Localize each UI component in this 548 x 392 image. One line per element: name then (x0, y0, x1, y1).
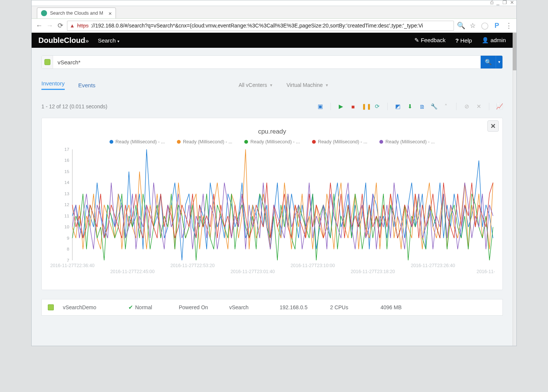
url-text: ://192.168.0.8/#/search?q=vSearch*&cnx=(… (91, 23, 423, 29)
chart-icon[interactable]: 📈 (496, 103, 503, 110)
svg-text:7: 7 (67, 258, 70, 263)
back-button[interactable]: ← (35, 22, 43, 30)
svg-text:14: 14 (64, 180, 70, 185)
stop-icon[interactable]: ■ (350, 103, 356, 110)
svg-text:2016-11-27T22:45:00: 2016-11-27T22:45:00 (110, 269, 155, 274)
legend-item[interactable]: Ready (Millisecond) - ... (110, 139, 165, 144)
legend-item[interactable]: Ready (Millisecond) - ... (312, 139, 367, 144)
help-link[interactable]: ? Help (455, 37, 472, 44)
document-icon[interactable]: 🗎 (419, 103, 425, 110)
row-host: vSearch (229, 304, 271, 310)
svg-text:2016-11-27T23:26:40: 2016-11-27T23:26:40 (411, 263, 455, 268)
tab-inventory[interactable]: Inventory (41, 80, 65, 90)
nav-search[interactable]: Search ▾ (98, 37, 119, 44)
search-button[interactable]: 🔍 (481, 56, 496, 68)
url-scheme: https (77, 23, 88, 29)
filter-type[interactable]: Virtual Machine ▼ (286, 82, 329, 88)
search-url-icon[interactable]: 🔍 (457, 21, 464, 30)
collapse-icon[interactable]: ˄ (443, 103, 449, 110)
close-window-icon[interactable]: ✕ (510, 0, 514, 5)
row-ip: 192.168.0.5 (280, 304, 321, 310)
export-icon[interactable]: ⬇ (406, 103, 413, 110)
scrollbar[interactable] (513, 33, 516, 346)
search-input[interactable] (53, 56, 481, 68)
extension-icon[interactable]: ◯ (481, 21, 489, 30)
svg-text:17: 17 (64, 147, 69, 152)
vm-icon (48, 304, 54, 310)
status-ok-icon: ✔ (128, 304, 133, 311)
reload-button[interactable]: ⟳ (56, 21, 64, 30)
brand-logo[interactable]: DoubleCloud» (38, 36, 89, 45)
row-mem: 4096 MB (381, 304, 422, 310)
minimize-window-icon[interactable]: ⎯ (496, 0, 499, 5)
maximize-window-icon[interactable]: ❐ (502, 0, 507, 5)
svg-text:2016-11-27T23:10:00: 2016-11-27T23:10:00 (291, 263, 335, 268)
insecure-icon: ▲ (70, 23, 75, 29)
tab-events[interactable]: Events (78, 82, 96, 88)
forward-button[interactable]: → (46, 22, 53, 30)
pause-icon[interactable]: ❚❚ (362, 103, 368, 110)
results-summary: 1 - 12 of 12 (0.011 seconds) (41, 103, 107, 109)
svg-text:13: 13 (64, 191, 69, 196)
svg-text:9: 9 (67, 236, 70, 240)
search-scope-icon[interactable] (42, 56, 53, 68)
result-row[interactable]: vSearchDemo ✔Normal Powered On vSearch 1… (41, 299, 503, 316)
chart-panel: ✕ cpu.ready Ready (Millisecond) - ...Rea… (41, 118, 503, 290)
close-icon[interactable]: ✕ (475, 103, 482, 110)
svg-text:2016-11-27T22:53:20: 2016-11-27T22:53:20 (170, 263, 215, 268)
chart-title: cpu.ready (49, 128, 495, 135)
menu-icon[interactable]: ⋮ (505, 21, 513, 30)
svg-text:2016-11-27T23:: 2016-11-27T23: (476, 269, 495, 274)
console-icon[interactable]: ▣ (317, 103, 324, 110)
svg-text:2016-11-27T23:01:40: 2016-11-27T23:01:40 (230, 269, 275, 274)
svg-text:11: 11 (64, 213, 69, 218)
legend-item[interactable]: Ready (Millisecond) - ... (379, 139, 435, 144)
disable-icon[interactable]: ⊘ (463, 103, 470, 110)
wrench-icon[interactable]: 🔧 (431, 103, 437, 110)
svg-text:2016-11-27T23:18:20: 2016-11-27T23:18:20 (351, 269, 395, 274)
legend-item[interactable]: Ready (Millisecond) - ... (177, 139, 232, 144)
favicon-icon (41, 10, 47, 16)
address-bar[interactable]: ▲ https ://192.168.0.8/#/search?q=vSearc… (67, 21, 454, 31)
svg-text:2016-11-27T22:36:40: 2016-11-27T22:36:40 (50, 263, 94, 268)
legend-item[interactable]: Ready (Millisecond) - ... (244, 139, 300, 144)
star-icon[interactable]: ☆ (469, 21, 476, 30)
svg-text:15: 15 (64, 169, 69, 174)
search-dropdown-button[interactable]: ▼ (496, 56, 502, 68)
row-name: vSearchDemo (63, 304, 119, 310)
p-extension-icon[interactable]: P (493, 22, 501, 30)
refresh-icon[interactable]: ⟳ (374, 103, 381, 110)
user-window-icon[interactable]: ⎙ (490, 0, 493, 5)
row-status: ✔Normal (128, 304, 170, 311)
tab-close-icon[interactable]: × (108, 10, 112, 17)
feedback-link[interactable]: ✎ Feedback (414, 37, 446, 44)
svg-text:10: 10 (64, 225, 69, 229)
filter-scope[interactable]: All vCenters ▼ (239, 82, 273, 88)
play-icon[interactable]: ▶ (338, 103, 344, 110)
tab-title: Search the Clouds and M (50, 11, 105, 16)
svg-text:12: 12 (64, 202, 69, 207)
row-cpus: 2 CPUs (330, 304, 371, 310)
svg-text:8: 8 (67, 247, 70, 252)
browser-tab[interactable]: Search the Clouds and M × (37, 8, 116, 18)
chart-close-button[interactable]: ✕ (487, 120, 499, 132)
svg-text:16: 16 (64, 158, 69, 163)
search-row: 🔍 ▼ (41, 55, 503, 69)
user-menu[interactable]: 👤 admin (482, 37, 506, 44)
screenshot-icon[interactable]: ◩ (394, 103, 401, 110)
row-power: Powered On (179, 304, 220, 310)
